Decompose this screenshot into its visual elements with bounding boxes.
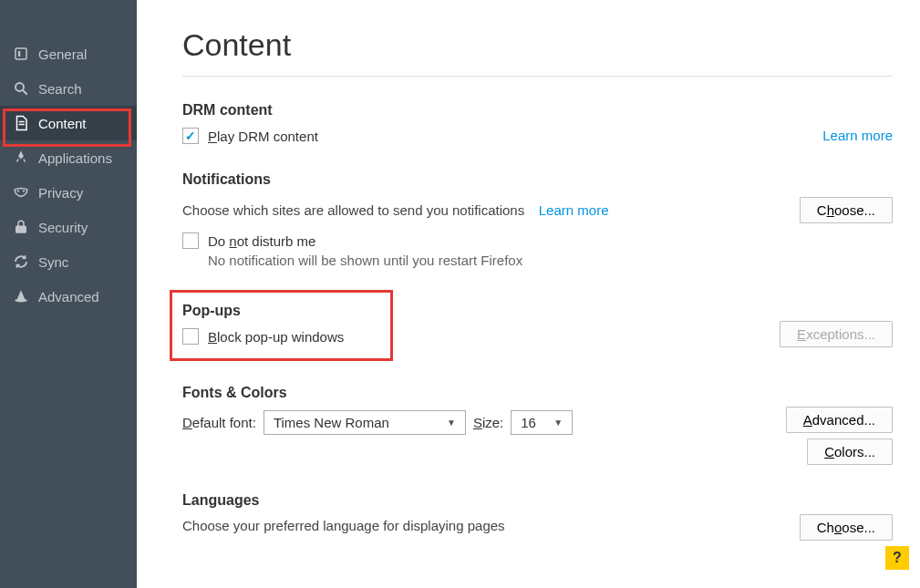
svg-point-2 [16, 83, 24, 91]
sidebar-item-advanced[interactable]: Advanced [0, 279, 137, 314]
notifications-choose-button[interactable]: Choose... [800, 197, 893, 223]
search-icon [13, 80, 29, 97]
font-size-label: Size: [473, 415, 503, 430]
section-languages: Languages Choose your preferred language… [182, 492, 893, 541]
notifications-learn-more-link[interactable]: Learn more [539, 202, 609, 218]
dnd-row: Do not disturb me [182, 232, 893, 249]
wizard-hat-icon [13, 288, 29, 304]
svg-rect-8 [16, 226, 26, 232]
sidebar-item-label: Content [38, 116, 87, 131]
block-popups-row: Block pop-up windows [182, 328, 344, 345]
svg-rect-0 [16, 48, 26, 59]
default-font-label: Default font: [182, 415, 256, 430]
general-icon [13, 46, 29, 62]
notifications-desc: Choose which sites are allowed to send y… [182, 202, 524, 218]
divider [182, 76, 893, 77]
drm-learn-more-link[interactable]: Learn more [822, 128, 893, 143]
sidebar-item-label: Advanced [38, 289, 99, 304]
svg-rect-1 [18, 51, 20, 57]
fonts-advanced-button[interactable]: Advanced... [786, 407, 893, 433]
font-size-select[interactable]: 16 ▼ [511, 410, 573, 435]
block-popups-checkbox[interactable] [182, 328, 199, 345]
font-size-value: 16 [521, 415, 536, 430]
section-popups: Pop-ups Block pop-up windows Exceptions.… [182, 295, 893, 357]
sidebar-item-sync[interactable]: Sync [0, 244, 137, 279]
sidebar-item-label: Privacy [38, 185, 83, 201]
sidebar-item-label: Search [38, 81, 82, 97]
dnd-label: Do not disturb me [208, 233, 315, 249]
svg-point-6 [17, 190, 19, 191]
dnd-checkbox[interactable] [182, 232, 199, 249]
dnd-subtext: No notification will be shown until you … [208, 253, 893, 268]
sidebar-item-applications[interactable]: Applications [0, 140, 137, 175]
sidebar-item-label: General [38, 46, 87, 62]
fonts-colors-button[interactable]: Colors... [807, 438, 893, 465]
play-drm-checkbox[interactable] [182, 128, 199, 144]
sidebar-item-label: Security [38, 220, 88, 235]
languages-desc: Choose your preferred language for displ… [182, 518, 505, 533]
section-fonts: Fonts & Colors Default font: Times New R… [182, 385, 893, 465]
content-pane: Content DRM content Play DRM content Lea… [137, 0, 920, 588]
sidebar-item-general[interactable]: General [0, 36, 137, 71]
section-heading-notifications: Notifications [182, 171, 893, 188]
highlight-box-popups [170, 290, 393, 361]
sidebar-item-label: Applications [38, 150, 112, 166]
sync-icon [13, 253, 29, 270]
svg-point-9 [15, 299, 27, 303]
play-drm-row: Play DRM content [182, 128, 318, 144]
lock-icon [13, 219, 29, 235]
rocket-icon [13, 150, 29, 166]
sidebar-item-privacy[interactable]: Privacy [0, 175, 137, 210]
section-heading-drm: DRM content [182, 102, 318, 119]
chevron-down-icon: ▼ [447, 418, 456, 428]
page-title: Content [182, 27, 893, 63]
svg-line-3 [23, 90, 27, 95]
document-icon [13, 115, 29, 131]
svg-point-7 [23, 190, 25, 191]
default-font-select[interactable]: Times New Roman ▼ [264, 410, 466, 435]
block-popups-label: Block pop-up windows [208, 329, 344, 345]
sidebar-item-label: Sync [38, 254, 68, 270]
section-heading-fonts: Fonts & Colors [182, 385, 573, 401]
chevron-down-icon: ▼ [553, 418, 563, 428]
play-drm-label: Play DRM content [208, 129, 318, 144]
sidebar-item-content[interactable]: Content [0, 106, 137, 140]
default-font-value: Times New Roman [274, 415, 389, 430]
section-drm: DRM content Play DRM content Learn more [182, 102, 893, 144]
section-heading-languages: Languages [182, 492, 505, 509]
sidebar: General Search Content Applications Priv… [0, 0, 137, 588]
section-notifications: Notifications Choose which sites are all… [182, 171, 893, 268]
sidebar-item-security[interactable]: Security [0, 210, 137, 244]
sidebar-item-search[interactable]: Search [0, 71, 137, 106]
languages-choose-button[interactable]: Choose... [800, 514, 893, 541]
mask-icon [13, 184, 29, 201]
popups-exceptions-button[interactable]: Exceptions... [780, 321, 893, 347]
help-button[interactable]: ? [885, 546, 909, 570]
section-heading-popups: Pop-ups [182, 303, 344, 319]
